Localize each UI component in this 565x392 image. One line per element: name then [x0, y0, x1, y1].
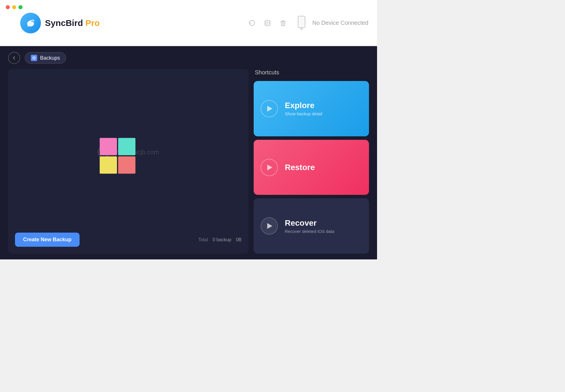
- device-status-text: No Device Connected: [312, 20, 368, 26]
- total-size: 0B: [236, 237, 242, 242]
- header-right: No Device Connected: [248, 14, 368, 32]
- shortcuts-label: Shortcuts: [254, 69, 369, 76]
- backups-tab-icon: [31, 55, 37, 61]
- nav-bar: Backups: [8, 52, 369, 64]
- explore-text: Explore Show backup detail: [285, 101, 322, 116]
- restore-text: Restore: [285, 163, 315, 172]
- backups-tab[interactable]: Backups: [25, 52, 66, 64]
- svg-point-2: [265, 20, 270, 22]
- restore-shortcut-card[interactable]: Restore: [254, 140, 369, 195]
- sticky-notes-decoration: [100, 138, 135, 174]
- explore-play-button[interactable]: [261, 100, 278, 117]
- traffic-lights: [6, 5, 22, 9]
- title-bar: SyncBird Pro: [0, 0, 377, 46]
- explore-title: Explore: [285, 101, 322, 110]
- refresh-icon[interactable]: [248, 19, 256, 27]
- svg-point-1: [31, 21, 33, 22]
- sticky-note-teal: [118, 138, 135, 155]
- svg-rect-8: [299, 17, 304, 25]
- back-button[interactable]: [8, 52, 20, 64]
- device-icon: [294, 14, 309, 32]
- bird-icon: [24, 16, 37, 30]
- total-count: 0 backup: [212, 237, 231, 242]
- explore-shortcut-card[interactable]: Explore Show backup detail: [254, 81, 369, 136]
- app-title: SyncBird Pro: [45, 18, 100, 28]
- backup-list-area: www.macjb.com: [15, 76, 242, 228]
- restore-play-icon: [267, 165, 272, 170]
- logo-area: SyncBird Pro: [20, 13, 100, 33]
- backups-tab-label: Backups: [40, 55, 60, 61]
- left-panel: www.macjb.com Create New Backup Total 0 …: [8, 69, 248, 254]
- create-new-backup-button[interactable]: Create New Backup: [15, 233, 80, 247]
- recover-shortcut-card[interactable]: Recover Recover deleted iOS data: [254, 198, 369, 254]
- explore-subtitle: Show backup detail: [285, 111, 322, 116]
- sticky-note-salmon: [118, 156, 135, 174]
- app-name-text: SyncBird Pro: [45, 18, 100, 28]
- database-icon[interactable]: [263, 19, 272, 27]
- recover-text: Recover Recover deleted iOS data: [285, 218, 334, 234]
- bottom-bar: Create New Backup Total 0 backup 0B: [15, 233, 242, 247]
- svg-rect-3: [281, 22, 285, 26]
- restore-title: Restore: [285, 163, 315, 172]
- recover-play-button[interactable]: [261, 217, 278, 235]
- recover-title: Recover: [285, 218, 334, 228]
- sticky-note-yellow: [100, 156, 117, 174]
- svg-point-11: [33, 57, 35, 59]
- content-split: www.macjb.com Create New Backup Total 0 …: [8, 69, 369, 254]
- device-area: No Device Connected: [294, 14, 368, 32]
- fullscreen-button[interactable]: [18, 5, 22, 9]
- total-label: Total: [198, 237, 208, 242]
- restore-play-button[interactable]: [261, 159, 278, 176]
- sticky-note-pink: [100, 138, 117, 155]
- close-button[interactable]: [6, 5, 10, 9]
- trash-icon[interactable]: [279, 19, 287, 27]
- recover-subtitle: Recover deleted iOS data: [285, 229, 334, 234]
- total-info: Total 0 backup 0B: [198, 237, 242, 242]
- main-area: Backups www.macjb.com: [0, 46, 377, 259]
- minimize-button[interactable]: [12, 5, 16, 9]
- recover-play-icon: [267, 223, 272, 229]
- svg-point-9: [301, 26, 302, 27]
- right-panel: Shortcuts Explore Show backup detail Res…: [254, 69, 369, 254]
- svg-rect-7: [300, 28, 303, 30]
- app-logo: [20, 13, 41, 33]
- explore-play-icon: [267, 106, 272, 112]
